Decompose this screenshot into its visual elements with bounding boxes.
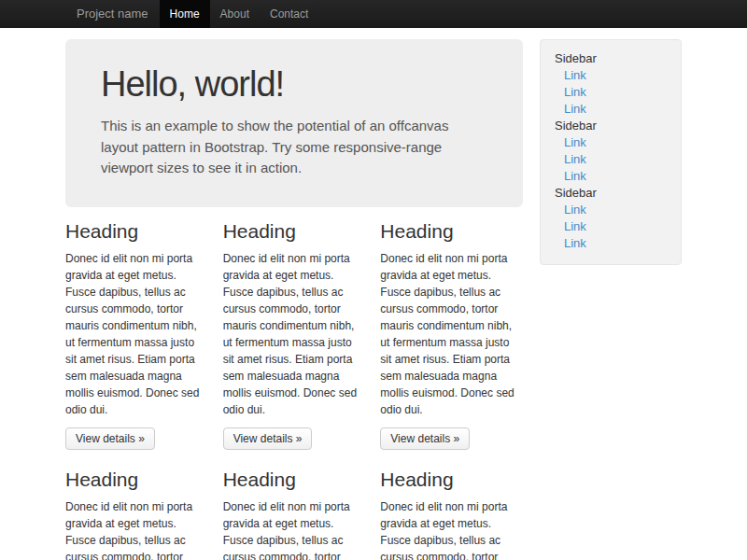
brand-link[interactable]: Project name xyxy=(65,0,160,28)
card-heading: Heading xyxy=(380,220,523,243)
nav-item-contact[interactable]: Contact xyxy=(260,0,318,28)
view-details-button[interactable]: View details » xyxy=(380,427,470,450)
card: HeadingDonec id elit non mi porta gravid… xyxy=(223,469,366,560)
jumbotron: Hello, world! This is an example to show… xyxy=(65,39,523,207)
card-body-text: Donec id elit non mi porta gravida at eg… xyxy=(223,250,366,418)
sidebar-link[interactable]: Link xyxy=(555,151,667,168)
card-body-text: Donec id elit non mi porta gravida at eg… xyxy=(380,250,523,418)
sidebar-link[interactable]: Link xyxy=(555,101,667,118)
card-heading: Heading xyxy=(223,220,366,243)
card-body-text: Donec id elit non mi porta gravida at eg… xyxy=(380,498,523,560)
card: HeadingDonec id elit non mi porta gravid… xyxy=(380,220,523,450)
content-row: Hello, world! This is an example to show… xyxy=(65,28,682,560)
card: HeadingDonec id elit non mi porta gravid… xyxy=(65,220,208,450)
navbar-menu: HomeAboutContact xyxy=(160,0,319,28)
card: HeadingDonec id elit non mi porta gravid… xyxy=(223,220,366,450)
sidebar-link[interactable]: Link xyxy=(555,134,667,151)
sidebar-header: Sidebar xyxy=(555,50,667,67)
nav-item-home[interactable]: Home xyxy=(160,0,210,28)
content-container: Hello, world! This is an example to show… xyxy=(65,28,682,560)
nav-item-about[interactable]: About xyxy=(210,0,260,28)
sidebar-link[interactable]: Link xyxy=(555,168,667,185)
card: HeadingDonec id elit non mi porta gravid… xyxy=(65,469,208,560)
navbar: Project name HomeAboutContact xyxy=(0,0,747,28)
card-heading: Heading xyxy=(65,220,208,243)
sidebar-link[interactable]: Link xyxy=(555,67,667,84)
card-heading: Heading xyxy=(223,469,366,491)
card-heading: Heading xyxy=(380,469,523,491)
jumbotron-text: This is an example to show the potential… xyxy=(101,116,487,179)
card: HeadingDonec id elit non mi porta gravid… xyxy=(380,469,523,560)
navbar-inner: Project name HomeAboutContact xyxy=(65,0,682,28)
sidebar-link[interactable]: Link xyxy=(555,202,667,218)
jumbotron-title: Hello, world! xyxy=(101,64,487,105)
view-details-button[interactable]: View details » xyxy=(65,427,155,450)
sidebar-link[interactable]: Link xyxy=(555,218,667,235)
sidebar: SidebarLinkLinkLinkSidebarLinkLinkLinkSi… xyxy=(540,39,682,265)
card-body-text: Donec id elit non mi porta gravida at eg… xyxy=(65,250,208,418)
sidebar-link[interactable]: Link xyxy=(555,235,667,252)
sidebar-header: Sidebar xyxy=(555,185,667,202)
card-heading: Heading xyxy=(65,469,208,491)
cards-grid: HeadingDonec id elit non mi porta gravid… xyxy=(65,220,523,560)
view-details-button[interactable]: View details » xyxy=(223,427,313,450)
card-body-text: Donec id elit non mi porta gravida at eg… xyxy=(65,498,208,560)
card-body-text: Donec id elit non mi porta gravida at eg… xyxy=(223,498,366,560)
sidebar-header: Sidebar xyxy=(555,118,667,134)
sidebar-link[interactable]: Link xyxy=(555,84,667,101)
page: Project name HomeAboutContact Hello, wor… xyxy=(0,0,747,560)
main-column: Hello, world! This is an example to show… xyxy=(65,39,523,560)
